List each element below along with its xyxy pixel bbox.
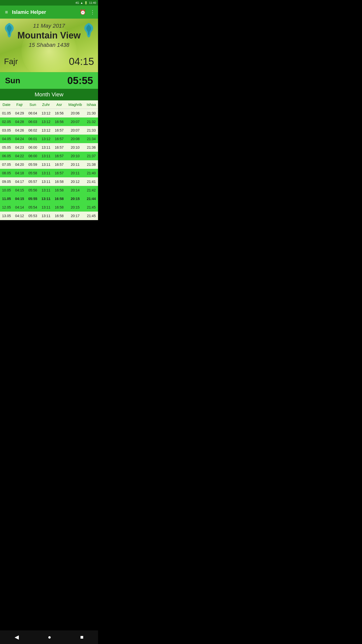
cell-sun: 05:54 — [26, 203, 39, 212]
cell-zuhr: 13:11 — [39, 152, 53, 160]
cell-sun: 05:57 — [26, 177, 39, 186]
cell-ishaa: 21:45 — [84, 203, 98, 212]
table-row: 06.0504:2206:0013:1116:5720:1021:37 — [0, 152, 98, 160]
cell-zuhr: 13:12 — [39, 117, 53, 126]
cell-maghrib: 20:10 — [66, 152, 85, 160]
current-prayer-time: 05:55 — [67, 75, 93, 86]
cell-zuhr: 13:11 — [39, 177, 53, 186]
cell-date: 09.05 — [0, 177, 13, 186]
table-row: 03.0504:2606:0213:1216:5720:0721:33 — [0, 126, 98, 135]
clock: 11:40 — [89, 1, 96, 4]
cell-date: 06.05 — [0, 152, 13, 160]
cell-asr: 16:58 — [53, 194, 66, 203]
cell-fajr: 04:22 — [13, 152, 26, 160]
cell-ishaa: 21:37 — [84, 152, 98, 160]
table-row: 09.0504:1705:5713:1116:5820:1221:41 — [0, 177, 98, 186]
cell-sun: 06:00 — [26, 152, 39, 160]
cell-zuhr: 13:11 — [39, 143, 53, 152]
cell-sun: 05:55 — [26, 194, 39, 203]
cell-zuhr: 13:12 — [39, 109, 53, 118]
hero-prayer-row: Fajr 04:15 — [4, 56, 94, 67]
app-title: Islamic Helper — [12, 9, 80, 15]
table-row: 08.0504:1805:5813:1116:5720:1121:40 — [0, 169, 98, 177]
cell-asr: 16:57 — [53, 169, 66, 177]
cell-fajr: 04:17 — [13, 177, 26, 186]
back-button[interactable]: ◀ — [15, 634, 19, 640]
table-row: 07.0504:2005:5913:1116:5720:1121:38 — [0, 160, 98, 169]
city-name: Mountain View — [4, 30, 94, 41]
col-zuhr: Zuhr — [39, 100, 53, 109]
cell-asr: 16:57 — [53, 152, 66, 160]
month-view-title: Month View — [35, 91, 64, 98]
cell-maghrib: 20:11 — [66, 160, 85, 169]
month-view-header: Month View — [0, 89, 98, 100]
table-row: 10.0504:1505:5613:1116:5820:1421:42 — [0, 186, 98, 194]
col-asr: Asr — [53, 100, 66, 109]
table-row: 02.0504:2806:0313:1216:5620:0721:32 — [0, 117, 98, 126]
home-button[interactable]: ● — [48, 634, 51, 640]
alarm-icon[interactable]: ⏰ — [80, 9, 86, 15]
cell-date: 11.05 — [0, 194, 13, 203]
cell-fajr: 04:18 — [13, 169, 26, 177]
signal-icon: ▲ — [80, 1, 83, 4]
cell-sun: 06:01 — [26, 135, 39, 143]
table-row: 13.0504:1205:5313:1116:5820:1721:45 — [0, 212, 98, 220]
cell-ishaa: 21:40 — [84, 169, 98, 177]
cell-asr: 16:57 — [53, 160, 66, 169]
col-sun: Sun — [26, 100, 39, 109]
more-options-icon[interactable]: ⋮ — [90, 9, 95, 15]
cell-zuhr: 13:12 — [39, 135, 53, 143]
toolbar-actions: ⏰ ⋮ — [80, 9, 95, 15]
cell-sun: 06:04 — [26, 109, 39, 118]
current-prayer-bar: Sun 05:55 — [0, 72, 98, 89]
cell-maghrib: 20:15 — [66, 203, 85, 212]
cell-asr: 16:58 — [53, 186, 66, 194]
recents-button[interactable]: ■ — [80, 634, 83, 640]
cell-asr: 16:58 — [53, 177, 66, 186]
cell-sun: 05:56 — [26, 186, 39, 194]
cell-date: 01.05 — [0, 109, 13, 118]
hijri-date: 15 Shaban 1438 — [4, 42, 94, 48]
menu-button[interactable]: ≡ — [3, 7, 10, 17]
prayer-time: 04:15 — [69, 56, 94, 67]
cell-fajr: 04:26 — [13, 126, 26, 135]
cell-ishaa: 21:41 — [84, 177, 98, 186]
cell-zuhr: 13:12 — [39, 126, 53, 135]
cell-zuhr: 13:11 — [39, 203, 53, 212]
col-date: Date — [0, 100, 13, 109]
cell-asr: 16:58 — [53, 212, 66, 220]
cell-zuhr: 13:11 — [39, 169, 53, 177]
cell-fajr: 04:12 — [13, 212, 26, 220]
cell-zuhr: 13:11 — [39, 160, 53, 169]
cell-ishaa: 21:30 — [84, 109, 98, 118]
col-ishaa: Ishaa — [84, 100, 98, 109]
cell-maghrib: 20:08 — [66, 135, 85, 143]
cell-ishaa: 21:33 — [84, 126, 98, 135]
cell-date: 12.05 — [0, 203, 13, 212]
cell-fajr: 04:14 — [13, 203, 26, 212]
cell-ishaa: 21:34 — [84, 135, 98, 143]
cell-asr: 16:58 — [53, 203, 66, 212]
cell-date: 07.05 — [0, 160, 13, 169]
status-bar: 4G ▲ 🔋 11:40 — [0, 0, 98, 6]
cell-date: 08.05 — [0, 169, 13, 177]
table-row: 12.0504:1405:5413:1116:5820:1521:45 — [0, 203, 98, 212]
table-row: 01.0504:2906:0413:1216:5620:0621:30 — [0, 109, 98, 118]
cell-asr: 16:57 — [53, 135, 66, 143]
cell-asr: 16:56 — [53, 117, 66, 126]
bottom-navigation: ◀ ● ■ — [0, 630, 98, 644]
table-row: 11.0504:1505:5513:1116:5820:1521:44 — [0, 194, 98, 203]
cell-date: 04.05 — [0, 135, 13, 143]
cell-fajr: 04:15 — [13, 186, 26, 194]
cell-maghrib: 20:17 — [66, 212, 85, 220]
current-prayer-name: Sun — [5, 76, 20, 85]
cell-ishaa: 21:44 — [84, 194, 98, 203]
cell-ishaa: 21:32 — [84, 117, 98, 126]
cell-ishaa: 21:38 — [84, 160, 98, 169]
cell-ishaa: 21:45 — [84, 212, 98, 220]
cell-maghrib: 20:07 — [66, 126, 85, 135]
col-fajr: Fajr — [13, 100, 26, 109]
cell-sun: 05:53 — [26, 212, 39, 220]
col-maghrib: Maghrib — [66, 100, 85, 109]
cell-asr: 16:57 — [53, 126, 66, 135]
